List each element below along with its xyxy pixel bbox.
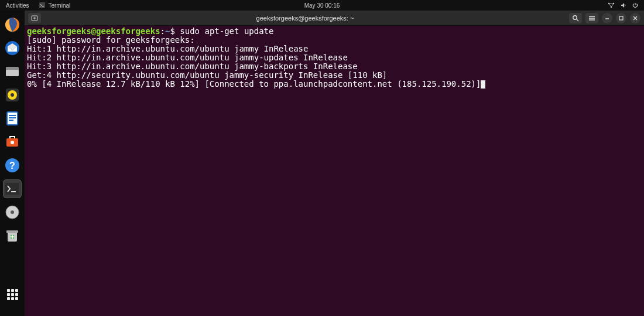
clock[interactable]: May 30 00:16 [304,2,340,9]
svg-rect-0 [39,2,45,8]
typed-command: sudo apt-get update [180,26,273,36]
terminal-appmenu-icon [39,2,45,8]
help-icon: ? [4,157,20,174]
svg-point-18 [11,141,14,144]
svg-rect-15 [9,117,16,118]
output-line: 0% [4 InRelease 12.7 kB/110 kB 12%] [Con… [27,79,481,89]
prompt-symbol: $ [170,26,174,36]
output-line: Get:4 http://security.ubuntu.com/ubuntu … [27,70,387,80]
software-icon [4,134,20,150]
show-apps-button[interactable] [3,289,22,308]
terminal-body[interactable]: geeksforgeeks@geeksforgeeks:~$ sudo apt-… [25,26,644,316]
output-line: Hit:1 http://in.archive.ubuntu.com/ubunt… [27,44,308,53]
dock-writer[interactable] [3,109,22,128]
svg-rect-8 [6,67,12,70]
firefox-icon [4,16,20,33]
network-icon [608,2,615,8]
svg-rect-16 [9,120,13,121]
svg-rect-21 [5,183,19,195]
output-line: Hit:2 http://in.archive.ubuntu.com/ubunt… [27,53,348,62]
power-icon [632,2,638,8]
files-icon [4,63,20,80]
menu-button[interactable] [585,13,598,23]
svg-text:?: ? [9,161,15,171]
rhythmbox-icon [4,87,20,103]
disc-icon [4,204,20,220]
svg-rect-30 [619,16,623,20]
close-icon [632,15,638,21]
terminal-title: geeksforgeeks@geeksforgeeks: ~ [44,15,566,22]
svg-point-29 [573,15,577,19]
dock-software[interactable] [3,132,22,151]
dock-disc[interactable] [3,203,22,222]
output-line: [sudo] password for geeksforgeeks: [27,35,200,45]
activities-button[interactable]: Activities [6,2,29,9]
dock-trash[interactable] [3,226,22,245]
output-line: Hit:3 http://in.archive.ubuntu.com/ubunt… [27,62,358,71]
prompt-colon: : [160,26,165,36]
svg-point-24 [11,210,14,214]
trash-icon [5,227,20,244]
dock-terminal[interactable] [3,179,22,198]
gnome-topbar: Activities Terminal May 30 00:16 [0,0,644,11]
activities-label: Activities [6,2,29,9]
dock-help[interactable]: ? [3,156,22,175]
thunderbird-icon [4,40,20,56]
app-menu-label: Terminal [48,2,70,9]
desktop: geeksforgeeks@geeksforgeeks: ~ geeksforg… [25,11,644,316]
close-button[interactable] [630,13,640,23]
maximize-icon [618,15,624,21]
maximize-button[interactable] [616,13,626,23]
app-menu-terminal[interactable]: Terminal [39,2,70,9]
minimize-button[interactable] [602,13,612,23]
svg-point-11 [11,93,14,97]
svg-rect-14 [9,115,16,116]
svg-rect-26 [6,230,18,233]
new-tab-button[interactable] [28,13,41,23]
svg-rect-7 [6,70,19,76]
new-tab-icon [31,15,38,21]
hamburger-icon [588,15,595,21]
minimize-icon [604,15,610,21]
dock-thunderbird[interactable] [3,39,22,57]
writer-icon [4,110,20,127]
search-icon [572,15,579,22]
system-tray[interactable] [608,2,638,8]
terminal-headerbar: geeksforgeeks@geeksforgeeks: ~ [25,11,644,26]
terminal-cursor [481,80,485,89]
prompt-userhost: geeksforgeeks@geeksforgeeks [27,26,160,36]
search-button[interactable] [569,13,582,23]
dock-files[interactable] [3,62,22,81]
volume-icon [621,2,626,8]
apps-grid-icon [7,289,18,300]
clock-label: May 30 00:16 [304,2,340,9]
dock-rhythmbox[interactable] [3,86,22,104]
dock-firefox[interactable] [3,15,22,34]
dock: ? [0,11,25,316]
terminal-icon [5,183,19,195]
